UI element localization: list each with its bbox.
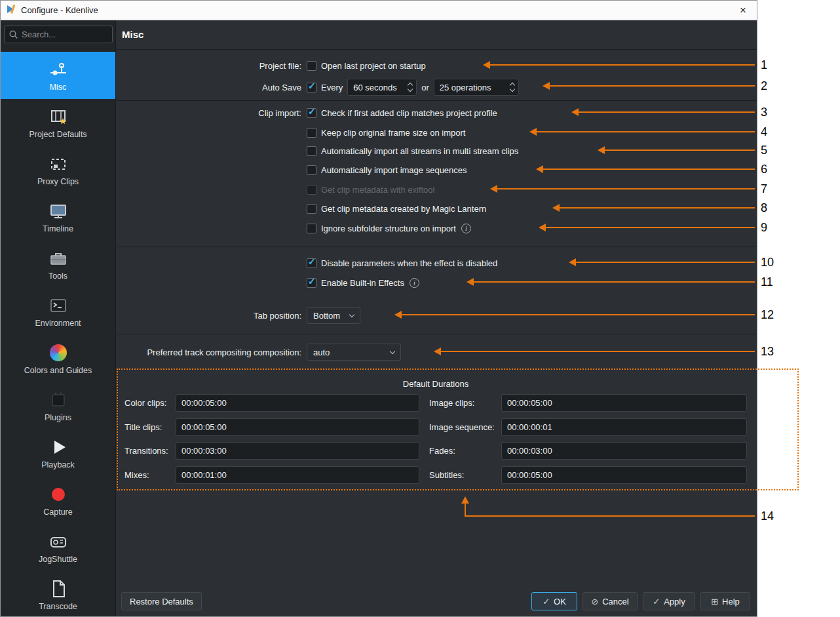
sidebar-item-timeline[interactable]: Timeline xyxy=(1,193,115,241)
annotation-number-9: 9 xyxy=(761,220,767,235)
sidebar-item-playback[interactable]: Playback xyxy=(1,429,115,477)
checkbox-clip-matches-profile[interactable]: ✓ xyxy=(307,108,316,118)
sidebar-item-environment[interactable]: Environment xyxy=(1,288,115,335)
sidebar-item-proxy-clips[interactable]: Proxy Clips xyxy=(1,146,115,193)
kdenlive-app-icon xyxy=(6,4,16,16)
track-compositing-select[interactable]: auto xyxy=(307,344,401,361)
cancel-button[interactable]: ⊘ Cancel xyxy=(582,592,638,610)
sidebar-item-jogshuttle[interactable]: JogShuttle xyxy=(1,524,115,571)
compositing-row: Preferred track compositing composition:… xyxy=(116,344,757,361)
checkbox-open-last-project[interactable] xyxy=(307,61,316,71)
sidebar-item-capture[interactable]: Capture xyxy=(1,477,115,524)
divider xyxy=(116,49,757,50)
mixes-input[interactable] xyxy=(176,466,419,484)
checkbox-autosave[interactable]: ✓ xyxy=(307,83,316,92)
effects-row-2: ✓ Enable Built-in Effects i xyxy=(116,275,757,290)
title-clips-input[interactable] xyxy=(176,418,419,436)
sidebar-item-tools[interactable]: Tools xyxy=(1,241,115,288)
checkbox-import-image-sequences[interactable] xyxy=(307,165,316,175)
search-box[interactable] xyxy=(4,26,113,43)
help-button[interactable]: ⊞ Help xyxy=(700,592,750,610)
spinner-autosave-interval[interactable]: 60 seconds xyxy=(347,79,417,96)
cancel-icon: ⊘ xyxy=(591,597,598,607)
clip-import-option-label: Automatically import image sequences xyxy=(321,165,467,175)
annotation-number-6: 6 xyxy=(761,162,767,176)
check-mark: ✓ xyxy=(308,276,316,287)
tab-position-select[interactable]: Bottom xyxy=(307,307,360,324)
spinner-arrows-icon[interactable] xyxy=(403,83,412,91)
check-mark: ✓ xyxy=(308,106,316,117)
check-mark: ✓ xyxy=(308,81,316,91)
checkbox-exiftool-metadata xyxy=(307,185,316,195)
spinner-autosave-operations[interactable]: 25 operations xyxy=(434,79,519,96)
clip-import-label: Clip import: xyxy=(116,108,301,118)
default-durations-title: Default Durations xyxy=(116,379,755,389)
titlebar: Configure - Kdenlive × xyxy=(1,1,757,20)
spinner-arrows-icon[interactable] xyxy=(505,83,514,91)
annotation-number-10: 10 xyxy=(761,255,774,269)
checkbox-import-all-streams[interactable] xyxy=(307,146,316,156)
cancel-label: Cancel xyxy=(602,597,628,607)
help-icon: ⊞ xyxy=(711,597,718,607)
misc-icon xyxy=(48,60,68,79)
sidebar-item-plugins[interactable]: Plugins xyxy=(1,382,115,429)
proxy-clips-icon xyxy=(48,154,68,174)
tab-position-row: Tab position: Bottom xyxy=(116,307,757,324)
annotation-number-2: 2 xyxy=(761,79,767,93)
close-button[interactable]: × xyxy=(735,4,752,17)
image-sequence-label: Image sequence: xyxy=(429,422,495,432)
sidebar-item-colors-and-guides[interactable]: Colors and Guides xyxy=(1,335,115,382)
color-wheel-icon xyxy=(48,343,68,363)
checkbox-ignore-subfolder-structure[interactable] xyxy=(307,224,316,233)
settings-sidebar: Misc Project Defaults xyxy=(1,20,116,616)
check-icon: ✓ xyxy=(653,597,660,607)
tools-icon xyxy=(48,249,68,268)
clip-import-option-label: Keep clip original frame size on import xyxy=(321,128,465,138)
record-icon xyxy=(48,485,68,504)
annotation-number-4: 4 xyxy=(761,125,767,139)
checkbox-magic-lantern-metadata[interactable] xyxy=(307,204,316,214)
color-clips-input[interactable] xyxy=(176,394,419,412)
compositing-label: Preferred track compositing composition: xyxy=(116,348,301,357)
apply-button[interactable]: ✓ Apply xyxy=(643,592,695,610)
clip-import-row-5: Get clip metadata with exiftool xyxy=(116,182,757,197)
annotation-number-13: 13 xyxy=(761,344,774,359)
every-label: Every xyxy=(321,83,343,92)
transitions-input[interactable] xyxy=(176,442,419,460)
sidebar-item-project-defaults[interactable]: Project Defaults xyxy=(1,99,115,146)
annotation-number-1: 1 xyxy=(761,58,767,72)
effects-option-label: Disable parameters when the effect is di… xyxy=(321,258,497,268)
subtitles-label: Subtitles: xyxy=(429,470,464,480)
plugins-icon xyxy=(48,390,68,410)
checkbox-disable-effect-parameters[interactable]: ✓ xyxy=(307,258,316,268)
restore-defaults-label: Restore Defaults xyxy=(130,597,193,607)
sidebar-item-transcode[interactable]: Transcode xyxy=(1,571,115,617)
fades-input[interactable] xyxy=(501,442,747,460)
annotation-number-3: 3 xyxy=(761,105,767,119)
restore-defaults-button[interactable]: Restore Defaults xyxy=(121,592,202,610)
project-file-label: Project file: xyxy=(116,61,301,71)
ok-button[interactable]: ✓ OK xyxy=(531,592,577,610)
autosave-operations-value: 25 operations xyxy=(440,83,491,92)
image-sequence-input[interactable] xyxy=(501,418,747,436)
checkbox-keep-original-frame-size[interactable] xyxy=(307,128,316,138)
tab-position-value: Bottom xyxy=(313,311,340,321)
sidebar-item-misc[interactable]: Misc xyxy=(1,52,115,99)
image-clips-input[interactable] xyxy=(501,394,747,412)
durations-row-4: Mixes: Subtitles: xyxy=(116,466,757,484)
project-defaults-icon xyxy=(48,107,68,127)
check-mark: ✓ xyxy=(308,256,316,267)
jogshuttle-icon xyxy=(48,532,68,551)
annotation-number-5: 5 xyxy=(761,143,767,157)
subtitles-input[interactable] xyxy=(501,466,747,484)
open-last-project-label: Open last project on startup xyxy=(321,61,426,71)
clip-import-row-3: Automatically import all streams in mult… xyxy=(116,143,757,159)
configure-dialog: Configure - Kdenlive × Mi xyxy=(0,0,757,617)
info-icon: i xyxy=(410,278,419,288)
project-file-row: Project file: Open last project on start… xyxy=(116,58,757,73)
durations-row-3: Transitions: Fades: xyxy=(116,442,757,460)
checkbox-enable-builtin-effects[interactable]: ✓ xyxy=(307,278,316,288)
search-input[interactable] xyxy=(22,30,108,39)
annotation-number-14: 14 xyxy=(761,509,774,523)
annotation-number-11: 11 xyxy=(761,275,773,289)
